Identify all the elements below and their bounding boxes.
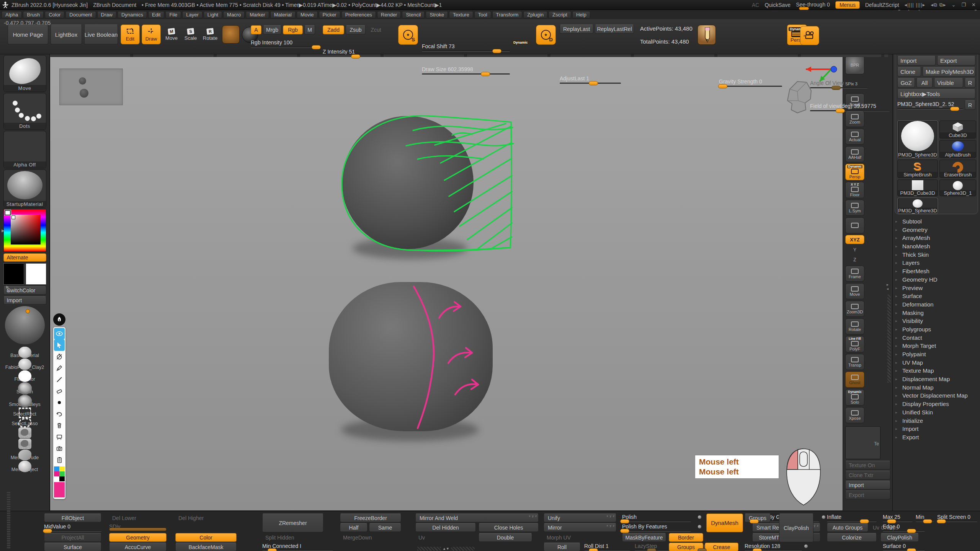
- aahalf-button[interactable]: AAHalf: [845, 146, 864, 162]
- current-brush-thumbnail[interactable]: [222, 25, 240, 44]
- draw-size-slider[interactable]: Draw Size 602.35998: [422, 66, 510, 75]
- z-intensity-slider[interactable]: Z Intensity 51: [323, 48, 386, 57]
- clay-polish-button[interactable]: ClayPolish: [779, 514, 813, 542]
- texture-on-button[interactable]: Texture On: [845, 461, 890, 469]
- move-3d-button[interactable]: Move: [845, 283, 864, 299]
- rotate-3d-button[interactable]: Rotate: [845, 318, 864, 334]
- brush-maskpen[interactable]: MaskPen: [18, 427, 31, 438]
- actual-button[interactable]: Actual: [845, 129, 864, 145]
- left-tray-grip[interactable]: [7, 492, 10, 548]
- material-fabiopaiva-clay[interactable]: FabioPaiva_Clay2: [18, 359, 31, 370]
- tool-section-item[interactable]: Subtool: [893, 217, 980, 226]
- texture-export-button[interactable]: Export: [845, 491, 890, 499]
- persp-button[interactable]: Dynamic Persp: [845, 164, 864, 180]
- texture-import-button[interactable]: Import: [845, 481, 890, 489]
- split-hidden-button[interactable]: Split Hidden: [262, 533, 316, 542]
- geometry-tab-button[interactable]: Geometry: [109, 533, 167, 542]
- tool-thumb-eraserbrush[interactable]: EraserBrush: [939, 160, 976, 178]
- tool-thumb-pm3d-cube3d[interactable]: PM3D_Cube3D: [897, 179, 938, 196]
- notes-clipboard-button[interactable]: [54, 454, 65, 466]
- project-all-button[interactable]: ProjectAll: [44, 533, 101, 542]
- fill-object-button[interactable]: FillObject: [44, 514, 101, 522]
- brush-masklasso[interactable]: MaskLasso: [18, 439, 31, 449]
- edit-button[interactable]: Edit: [121, 24, 140, 44]
- del-hidden-button[interactable]: Del Hidden: [415, 523, 476, 532]
- tool-section-item[interactable]: Preview: [893, 284, 980, 292]
- rotate-y-button[interactable]: Y: [845, 246, 864, 254]
- clear-trash-button[interactable]: [54, 420, 65, 431]
- resolution-slider[interactable]: Resolution 128: [745, 543, 802, 551]
- menu-item[interactable]: Zscript: [549, 11, 571, 18]
- undo-button[interactable]: [54, 408, 65, 420]
- material-flat-color[interactable]: Flat Color: [18, 370, 31, 382]
- same-button[interactable]: Same: [369, 523, 401, 532]
- palette-black[interactable]: [59, 476, 65, 481]
- shelf-collapse-icons[interactable]: ◂|||| ||||▸: [905, 2, 926, 8]
- min-slider[interactable]: Min: [916, 514, 934, 522]
- brush-meshextrude[interactable]: MeshExtrude: [18, 450, 31, 460]
- draw-button[interactable]: Draw: [142, 24, 161, 44]
- tool-section-item[interactable]: Contact: [893, 334, 980, 342]
- window-cycle-icons[interactable]: ◂⧉ ⧉▸: [931, 2, 946, 8]
- xpose-button[interactable]: Xpose: [845, 407, 864, 423]
- morph-uv-button[interactable]: Morph UV: [544, 533, 590, 542]
- menus-button[interactable]: Menus: [835, 1, 860, 9]
- zadd-toggle[interactable]: Zadd: [323, 25, 344, 34]
- menu-item[interactable]: Document: [65, 11, 96, 18]
- strip-scroll-arrows[interactable]: ▸◂: [887, 282, 889, 291]
- menu-item[interactable]: Macro: [223, 11, 245, 18]
- tool-thumb-active[interactable]: PM3D_Sphere3D: [897, 121, 938, 158]
- brush-selectrect[interactable]: SelectRect: [19, 408, 31, 417]
- adjust-last-slider[interactable]: AdjustLast 1: [560, 75, 621, 84]
- lightbox-tools-button[interactable]: Lightbox▶Tools: [897, 89, 975, 99]
- tool-section-item[interactable]: Layers: [893, 259, 980, 267]
- mid-value-slider[interactable]: MidValue 0: [44, 523, 101, 532]
- gravity-strength-slider[interactable]: Gravity Strength 0: [719, 78, 782, 87]
- menu-item[interactable]: Stencil: [402, 11, 425, 18]
- material-basicmaterial[interactable]: BasicMaterial: [18, 347, 31, 358]
- tool-section-item[interactable]: Polygroups: [893, 325, 980, 334]
- main-color-swatch[interactable]: [3, 263, 24, 285]
- backface-mask-button[interactable]: BackfaceMask: [175, 543, 237, 551]
- edge-slider[interactable]: Edge 0: [883, 523, 925, 532]
- tool-section-item[interactable]: NanoMesh: [893, 242, 980, 251]
- goz-button[interactable]: GoZ: [897, 78, 915, 88]
- tool-r-button[interactable]: R: [965, 100, 975, 110]
- surface0-slider[interactable]: Surface 0: [883, 543, 925, 551]
- tool-section-item[interactable]: Unified Skin: [893, 408, 980, 417]
- current-material-preview[interactable]: [3, 306, 46, 346]
- menu-item[interactable]: Light: [204, 11, 222, 18]
- menu-item[interactable]: Tool: [474, 11, 491, 18]
- live-boolean-button[interactable]: Live Boolean: [84, 24, 118, 44]
- replay-last-rel-button[interactable]: ReplayLastRel: [595, 24, 634, 34]
- palette-white[interactable]: [54, 476, 59, 481]
- menu-item[interactable]: Draw: [97, 11, 116, 18]
- angle-of-view-slider[interactable]: Angle Of View: [810, 80, 867, 89]
- pointer-visibility-button[interactable]: [54, 328, 65, 339]
- menu-item[interactable]: Layer: [182, 11, 203, 18]
- brush-meshproject[interactable]: MeshProject: [18, 461, 31, 472]
- claypolish-button[interactable]: ClayPolish: [880, 533, 919, 542]
- alpha-picker[interactable]: Alpha Off: [3, 131, 46, 168]
- solo-button[interactable]: Dynamic Solo: [845, 389, 864, 406]
- tray-resize-handle[interactable]: ▲▼: [417, 547, 475, 551]
- uv-button[interactable]: Uv: [415, 533, 446, 542]
- whiteboard-button[interactable]: [54, 431, 65, 443]
- tool-thumb-alphabrush[interactable]: AlphaBrush: [939, 140, 976, 158]
- local-symmetry-button[interactable]: L.Sym: [845, 200, 864, 216]
- switch-color-button[interactable]: SwitchColor: [3, 286, 46, 295]
- menu-item[interactable]: Texture: [449, 11, 473, 18]
- max-slider[interactable]: Max 25: [883, 514, 913, 522]
- tool-section-item[interactable]: Initialize: [893, 417, 980, 425]
- tool-section-item[interactable]: Deformation: [893, 300, 980, 309]
- export-tool-button[interactable]: Export: [937, 56, 975, 65]
- rotate-button[interactable]: RRotate: [201, 24, 220, 44]
- del-higher-button[interactable]: Del Higher: [175, 514, 225, 522]
- tool-section-item[interactable]: Surface: [893, 292, 980, 300]
- see-through-slider[interactable]: See-through 0: [796, 2, 830, 8]
- polish-toggle-dot[interactable]: [697, 515, 702, 519]
- tool-section-item[interactable]: Polypaint: [893, 350, 980, 359]
- make-polymesh3d-button[interactable]: Make PolyMesh3D: [923, 67, 975, 77]
- menu-item[interactable]: Dynamics: [118, 11, 147, 18]
- polish-by-features-slider[interactable]: Polish By Features: [622, 523, 691, 532]
